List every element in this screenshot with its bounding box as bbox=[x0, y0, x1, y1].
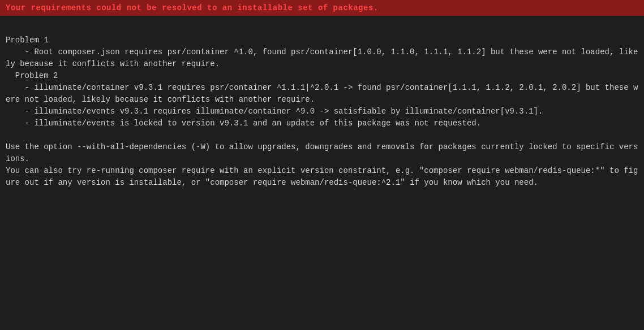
error-banner: Your requirements could not be resolved … bbox=[0, 0, 644, 16]
content-area: Problem 1 - Root composer.json requires … bbox=[0, 16, 644, 196]
terminal: Your requirements could not be resolved … bbox=[0, 0, 644, 330]
